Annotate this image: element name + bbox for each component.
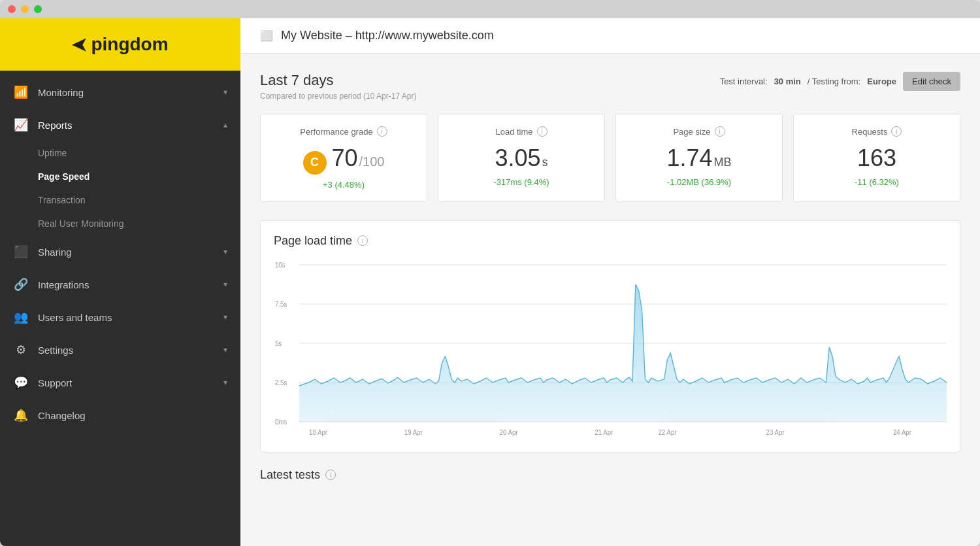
- app-window: ➤ pingdom 📶 Monitoring ▾ 📈 Reports ▴: [0, 0, 980, 546]
- metrics-row: Performance grade i C 70 /100 +3 (4.48%): [260, 114, 960, 202]
- svg-text:7.5s: 7.5s: [275, 300, 287, 307]
- svg-text:23 Apr: 23 Apr: [766, 428, 785, 435]
- sidebar-item-rum[interactable]: Real User Monitoring: [38, 212, 240, 235]
- close-dot[interactable]: [8, 5, 16, 13]
- metric-value-requests: 163: [857, 145, 896, 172]
- sharing-label: Sharing: [38, 247, 214, 258]
- period-info: Last 7 days Compared to previous period …: [260, 72, 416, 101]
- sidebar-item-uptime[interactable]: Uptime: [38, 141, 240, 165]
- info-icon-chart[interactable]: i: [357, 235, 368, 246]
- metric-change-load-time: -317ms (9.4%): [493, 177, 549, 187]
- support-icon: 💬: [13, 375, 29, 390]
- interval-value: 30 min: [774, 77, 801, 86]
- svg-text:10s: 10s: [275, 261, 286, 268]
- metric-change-performance-grade: +3 (4.48%): [323, 180, 365, 190]
- sharing-icon: ⬛: [13, 245, 29, 259]
- info-icon-page-size[interactable]: i: [715, 126, 725, 137]
- main-content: ⬜ My Website – http://www.mywebsite.com …: [240, 18, 980, 546]
- chart-title: Page load time i: [274, 234, 947, 248]
- grade-denom: /100: [359, 154, 385, 169]
- latest-tests-title: Latest tests: [260, 468, 320, 482]
- svg-text:20 Apr: 20 Apr: [499, 428, 518, 435]
- metric-card-performance-grade: Performance grade i C 70 /100 +3 (4.48%): [260, 114, 427, 202]
- maximize-dot[interactable]: [34, 5, 42, 13]
- page-size-unit: MB: [714, 156, 732, 169]
- sidebar-item-changelog[interactable]: 🔔 Changelog: [0, 399, 240, 432]
- sidebar-item-settings[interactable]: ⚙ Settings ▾: [0, 333, 240, 366]
- support-label: Support: [38, 377, 214, 388]
- sidebar-item-page-speed[interactable]: Page Speed: [38, 165, 240, 188]
- sidebar-item-integrations[interactable]: 🔗 Integrations ▾: [0, 268, 240, 301]
- sidebar-item-transaction[interactable]: Transaction: [38, 188, 240, 212]
- integrations-arrow: ▾: [223, 280, 227, 289]
- sidebar-item-monitoring[interactable]: 📶 Monitoring ▾: [0, 76, 240, 109]
- period-actions: Test interval: 30 min / Testing from: Eu…: [720, 72, 960, 91]
- sidebar-item-reports[interactable]: 📈 Reports ▴: [0, 109, 240, 141]
- content-body: Last 7 days Compared to previous period …: [240, 54, 980, 500]
- content-header: ⬜ My Website – http://www.mywebsite.com: [240, 18, 980, 54]
- support-arrow: ▾: [223, 378, 227, 387]
- testing-value: Europe: [867, 77, 896, 86]
- load-time-number: 3.05: [495, 145, 540, 172]
- period-comparison: Compared to previous period (10 Apr-17 A…: [260, 92, 416, 101]
- metric-card-load-time: Load time i 3.05 s -317ms (9.4%): [438, 114, 605, 202]
- svg-text:21 Apr: 21 Apr: [595, 428, 613, 435]
- settings-icon: ⚙: [13, 343, 29, 357]
- page-load-chart: 10s 7.5s 5s 2.5s 0ms: [274, 258, 947, 441]
- metric-change-requests: -11 (6.32%): [855, 177, 899, 187]
- reports-arrow: ▴: [223, 120, 227, 129]
- users-label: Users and teams: [38, 312, 214, 323]
- sidebar-item-sharing[interactable]: ⬛ Sharing ▾: [0, 235, 240, 268]
- metric-value-page-size: 1.74 MB: [666, 145, 731, 172]
- period-row: Last 7 days Compared to previous period …: [260, 72, 960, 101]
- changelog-icon: 🔔: [13, 408, 29, 422]
- latest-tests-section: Latest tests i: [260, 468, 960, 482]
- edit-check-button[interactable]: Edit check: [903, 72, 960, 91]
- users-icon: 👥: [13, 310, 29, 324]
- metric-title-performance-grade: Performance grade i: [300, 126, 387, 137]
- svg-text:0ms: 0ms: [275, 418, 287, 425]
- monitoring-arrow: ▾: [223, 88, 227, 97]
- users-arrow: ▾: [223, 313, 227, 322]
- page-title: My Website – http://www.mywebsite.com: [281, 29, 494, 43]
- metric-value-performance-grade: C 70 /100: [303, 145, 385, 175]
- sidebar-item-support[interactable]: 💬 Support ▾: [0, 366, 240, 399]
- period-label: Last 7 days: [260, 72, 416, 89]
- changelog-label: Changelog: [38, 410, 227, 421]
- svg-text:19 Apr: 19 Apr: [404, 428, 423, 435]
- load-time-unit: s: [542, 156, 548, 169]
- info-icon-latest-tests[interactable]: i: [325, 469, 336, 480]
- integrations-icon: 🔗: [13, 277, 29, 292]
- reports-icon: 📈: [13, 118, 29, 132]
- main-layout: ➤ pingdom 📶 Monitoring ▾ 📈 Reports ▴: [0, 18, 980, 546]
- settings-arrow: ▾: [223, 345, 227, 354]
- interval-prefix: Test interval:: [720, 77, 768, 86]
- integrations-label: Integrations: [38, 279, 214, 290]
- svg-text:18 Apr: 18 Apr: [309, 428, 328, 435]
- info-icon-load[interactable]: i: [537, 126, 547, 137]
- header-monitor-icon: ⬜: [260, 29, 273, 42]
- minimize-dot[interactable]: [21, 5, 29, 13]
- svg-text:2.5s: 2.5s: [275, 379, 287, 386]
- info-icon-performance[interactable]: i: [377, 126, 387, 137]
- requests-number: 163: [857, 145, 896, 172]
- sidebar: ➤ pingdom 📶 Monitoring ▾ 📈 Reports ▴: [0, 18, 240, 546]
- reports-label: Reports: [38, 120, 214, 131]
- chart-section: Page load time i 10s: [260, 220, 960, 452]
- logo: ➤ pingdom: [72, 34, 168, 56]
- reports-subitems: Uptime Page Speed Transaction Real User …: [0, 141, 240, 235]
- monitoring-label: Monitoring: [38, 87, 214, 98]
- metric-title-load-time: Load time i: [495, 126, 547, 137]
- metric-title-page-size: Page size i: [673, 126, 725, 137]
- monitoring-icon: 📶: [13, 85, 29, 99]
- info-icon-requests[interactable]: i: [891, 126, 902, 137]
- svg-text:5s: 5s: [275, 339, 282, 347]
- sharing-arrow: ▾: [223, 247, 227, 256]
- metric-card-requests: Requests i 163 -11 (6.32%): [793, 114, 960, 202]
- metric-value-load-time: 3.05 s: [495, 145, 547, 172]
- sidebar-item-users[interactable]: 👥 Users and teams ▾: [0, 301, 240, 333]
- logo-area: ➤ pingdom: [0, 18, 240, 71]
- chart-container[interactable]: 10s 7.5s 5s 2.5s 0ms: [274, 258, 947, 441]
- page-size-number: 1.74: [666, 145, 712, 172]
- settings-label: Settings: [38, 345, 214, 356]
